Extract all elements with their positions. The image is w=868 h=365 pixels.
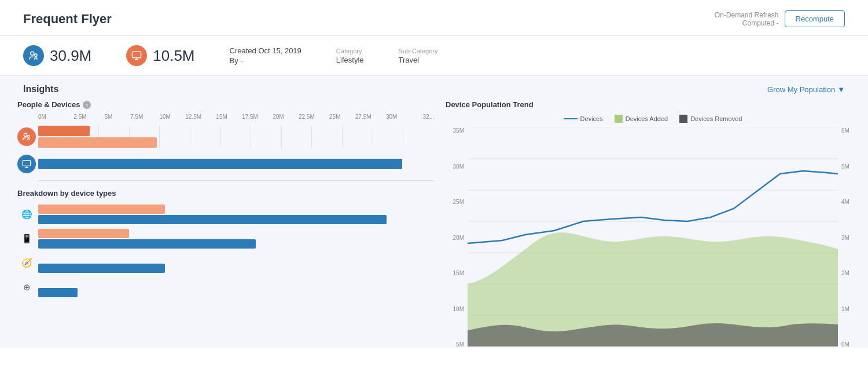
people-bar-row [17, 122, 434, 151]
devices-icon [126, 45, 147, 66]
mobile-bar-orange [38, 229, 129, 238]
devices-bar-icon [17, 155, 36, 173]
other-bar-teal [38, 288, 78, 297]
y-axis-left: 35M 30M 25M 20M 15M 10M 5M [446, 127, 468, 348]
svg-rect-2 [133, 52, 141, 58]
svg-point-1 [35, 54, 38, 57]
people-value: 30.9M [50, 47, 91, 65]
trend-svg [468, 127, 838, 348]
legend-devices: Devices [564, 115, 603, 122]
compass-bar-teal [38, 264, 165, 273]
removed-legend-swatch [679, 115, 687, 123]
charts-container: People & Devices i 0M 2.5M 5M 7.5M 10M 1… [0, 100, 868, 348]
subcategory-meta: Sub-Category Travel [399, 48, 438, 64]
page: Frequent Flyer On-Demand Refresh Compute… [0, 0, 868, 365]
people-devices-title: People & Devices i [17, 100, 434, 109]
mobile-icon: 📱 [17, 233, 36, 244]
device-row-globe: 🌐 [17, 202, 434, 227]
legend-removed: Devices Removed [679, 115, 742, 123]
header: Frequent Flyer On-Demand Refresh Compute… [0, 0, 868, 36]
created-meta: Created Oct 15, 2019 By - [230, 46, 301, 65]
grow-population-link[interactable]: Grow My Population ▼ [767, 85, 845, 94]
people-stat: 30.9M [23, 45, 91, 66]
stats-row: 30.9M 10.5M Created Oct 15, 2019 By - Ca… [0, 36, 868, 76]
svg-point-0 [31, 52, 34, 55]
subcategory-value: Travel [399, 56, 438, 64]
info-icon: i [83, 101, 91, 109]
svg-point-4 [27, 135, 30, 137]
other-icon: ⊕ [17, 282, 36, 293]
insights-header: Insights Grow My Population ▼ [0, 76, 868, 100]
on-demand-text: On-Demand Refresh Computed - [715, 11, 779, 27]
created-by: By - [230, 56, 301, 65]
globe-bar-orange [38, 205, 165, 214]
created-date: Created Oct 15, 2019 [230, 46, 301, 55]
left-panel: People & Devices i 0M 2.5M 5M 7.5M 10M 1… [12, 100, 440, 348]
category-value: Lifestyle [336, 56, 364, 64]
breakdown-title: Breakdown by device types [17, 189, 434, 198]
people-bar-icon [17, 127, 36, 146]
devices-value: 10.5M [153, 47, 194, 65]
mobile-bar-teal [38, 239, 256, 249]
added-legend-swatch [615, 115, 623, 123]
device-row-compass: 🧭 [17, 251, 434, 275]
header-actions: On-Demand Refresh Computed - Recompute [715, 10, 845, 27]
devices-stat: 10.5M [126, 45, 194, 66]
device-row-mobile: 📱 [17, 227, 434, 251]
trend-legend: Devices Devices Added Devices Removed [446, 115, 860, 123]
devices-line [468, 171, 838, 243]
globe-icon: 🌐 [17, 209, 36, 220]
globe-bar-teal [38, 215, 387, 224]
insights-section: Insights Grow My Population ▼ People & D… [0, 76, 868, 348]
people-icon [23, 45, 44, 66]
trend-chart-wrapper: 35M 30M 25M 20M 15M 10M 5M [446, 127, 860, 348]
people-bar-light [38, 137, 157, 148]
recompute-button[interactable]: Recompute [785, 10, 845, 27]
chevron-down-icon: ▼ [837, 85, 845, 94]
people-bar-dark [38, 126, 90, 136]
y-axis-right: 6M 5M 4M 3M 2M 1M 0M [838, 127, 860, 348]
category-meta: Category Lifestyle [336, 48, 364, 64]
svg-point-3 [24, 133, 27, 136]
devices-bar-row [17, 151, 434, 177]
devices-bar [38, 159, 402, 169]
insights-title: Insights [23, 84, 58, 94]
category-label: Category [336, 48, 364, 54]
page-title: Frequent Flyer [23, 12, 112, 27]
trend-chart-title: Device Population Trend [446, 100, 860, 109]
device-row-other: ⊕ [17, 275, 434, 300]
devices-legend-line [564, 118, 578, 119]
legend-added: Devices Added [615, 115, 668, 123]
svg-rect-5 [23, 160, 30, 166]
subcategory-label: Sub-Category [399, 48, 438, 54]
right-panel: Device Population Trend Devices Devices … [440, 100, 866, 348]
compass-icon: 🧭 [17, 258, 36, 268]
